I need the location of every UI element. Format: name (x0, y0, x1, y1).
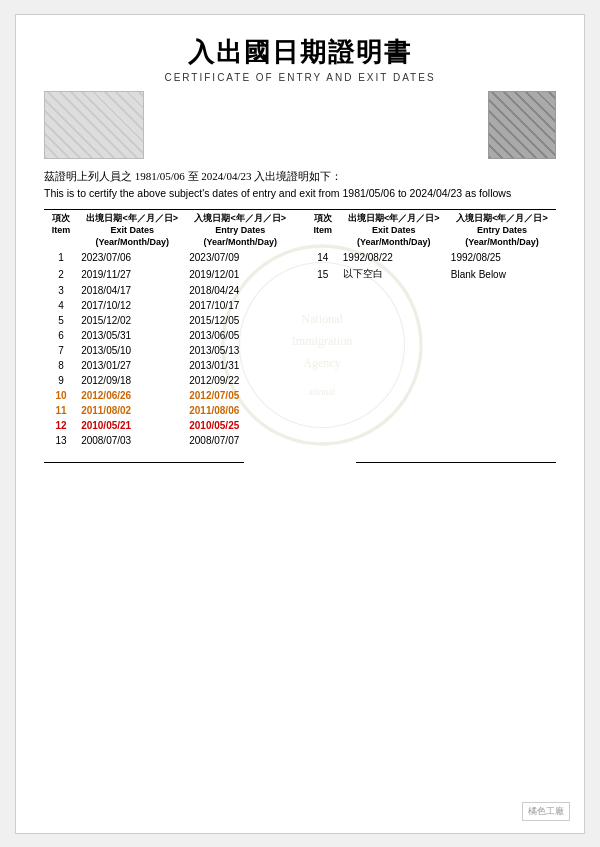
row-exit-left: 2010/05/21 (78, 418, 186, 433)
row-entry-left: 2008/07/07 (186, 433, 294, 448)
row-entry-left: 2019/12/01 (186, 265, 294, 283)
row-entry-right (448, 343, 556, 358)
row-exit-right (340, 298, 448, 313)
row-exit-right (340, 343, 448, 358)
document-header: 入出國日期證明書 CERTIFICATE OF ENTRY AND EXIT D… (44, 35, 556, 83)
col-item-right: 項次 Item (306, 210, 340, 251)
row-num-left: 7 (44, 343, 78, 358)
table-row: 3 2018/04/17 2018/04/24 (44, 283, 556, 298)
signature-line-right (356, 462, 556, 463)
row-num-right (306, 373, 340, 388)
row-num-left: 1 (44, 250, 78, 265)
row-num-left: 11 (44, 403, 78, 418)
row-exit-left: 2008/07/03 (78, 433, 186, 448)
row-entry-left: 2013/05/13 (186, 343, 294, 358)
signature-lines (44, 458, 556, 463)
row-exit-left: 2017/10/12 (78, 298, 186, 313)
row-entry-right (448, 298, 556, 313)
col-entry-right: 入境日期<年／月／日> Entry Dates(Year/Month/Day) (448, 210, 556, 251)
col-exit-chinese-left: 出境日期<年／月／日> (86, 213, 178, 223)
table-row: 13 2008/07/03 2008/07/07 (44, 433, 556, 448)
row-spacer (294, 358, 305, 373)
row-entry-right (448, 403, 556, 418)
row-entry-left: 2013/01/31 (186, 358, 294, 373)
col-item-chinese-left: 項次 (52, 213, 70, 223)
cert-text: 茲證明上列人員之 1981/05/06 至 2024/04/23 入出境證明如下… (44, 167, 556, 204)
row-entry-left: 2015/12/05 (186, 313, 294, 328)
row-entry-right (448, 313, 556, 328)
row-entry-left: 2010/05/25 (186, 418, 294, 433)
row-exit-right (340, 433, 448, 448)
table-row: 12 2010/05/21 2010/05/25 (44, 418, 556, 433)
col-spacer (294, 210, 305, 251)
row-num-right (306, 388, 340, 403)
row-spacer (294, 388, 305, 403)
row-exit-left: 2012/06/26 (78, 388, 186, 403)
row-exit-left: 2013/05/31 (78, 328, 186, 343)
row-num-right (306, 433, 340, 448)
row-exit-left: 2018/04/17 (78, 283, 186, 298)
table-body: 1 2023/07/06 2023/07/09 14 1992/08/22 19… (44, 250, 556, 448)
title-chinese: 入出國日期證明書 (44, 35, 556, 70)
row-spacer (294, 283, 305, 298)
row-num-right (306, 343, 340, 358)
row-num-left: 10 (44, 388, 78, 403)
col-item-chinese-right: 項次 (314, 213, 332, 223)
col-item-english-right: Item (313, 225, 332, 235)
row-num-left: 8 (44, 358, 78, 373)
row-exit-right (340, 388, 448, 403)
row-entry-left: 2013/06/05 (186, 328, 294, 343)
row-num-left: 4 (44, 298, 78, 313)
row-entry-left: 2018/04/24 (186, 283, 294, 298)
row-spacer (294, 250, 305, 265)
row-spacer (294, 373, 305, 388)
row-spacer (294, 403, 305, 418)
id-photo-left (44, 91, 144, 159)
data-table-section: 項次 Item 出境日期<年／月／日> Exit Dates(Year/Mont… (44, 209, 556, 448)
document-page: 入出國日期證明書 CERTIFICATE OF ENTRY AND EXIT D… (15, 14, 585, 834)
row-num-left: 3 (44, 283, 78, 298)
cert-text-chinese: 茲證明上列人員之 1981/05/06 至 2024/04/23 入出境證明如下… (44, 167, 556, 186)
row-entry-right: 1992/08/25 (448, 250, 556, 265)
table-row: 6 2013/05/31 2013/06/05 (44, 328, 556, 343)
row-num-right: 15 (306, 265, 340, 283)
title-english: CERTIFICATE OF ENTRY AND EXIT DATES (44, 72, 556, 83)
table-row: 1 2023/07/06 2023/07/09 14 1992/08/22 19… (44, 250, 556, 265)
signature-line-left (44, 462, 244, 463)
row-num-right (306, 283, 340, 298)
col-entry-english-right: Entry Dates(Year/Month/Day) (465, 225, 539, 247)
row-spacer (294, 265, 305, 283)
table-row: 5 2015/12/02 2015/12/05 (44, 313, 556, 328)
row-exit-right: 1992/08/22 (340, 250, 448, 265)
row-spacer (294, 418, 305, 433)
row-exit-right (340, 403, 448, 418)
table-row: 8 2013/01/27 2013/01/31 (44, 358, 556, 373)
row-entry-right: Blank Below (448, 265, 556, 283)
row-spacer (294, 433, 305, 448)
table-row: 7 2013/05/10 2013/05/13 (44, 343, 556, 358)
id-photo-right (488, 91, 556, 159)
row-entry-right (448, 433, 556, 448)
row-exit-left: 2012/09/18 (78, 373, 186, 388)
photo-area (44, 91, 556, 159)
table-row: 2 2019/11/27 2019/12/01 15 以下空白 Blank Be… (44, 265, 556, 283)
row-num-right (306, 298, 340, 313)
row-entry-left: 2012/09/22 (186, 373, 294, 388)
row-entry-right (448, 283, 556, 298)
row-num-left: 6 (44, 328, 78, 343)
row-exit-right (340, 358, 448, 373)
col-entry-chinese-right: 入境日期<年／月／日> (456, 213, 548, 223)
row-entry-left: 2012/07/05 (186, 388, 294, 403)
row-exit-left: 2011/08/02 (78, 403, 186, 418)
row-spacer (294, 328, 305, 343)
row-exit-right (340, 313, 448, 328)
row-exit-right (340, 418, 448, 433)
row-entry-right (448, 373, 556, 388)
row-exit-left: 2013/01/27 (78, 358, 186, 373)
col-exit-left: 出境日期<年／月／日> Exit Dates(Year/Month/Day) (78, 210, 186, 251)
row-num-left: 13 (44, 433, 78, 448)
col-entry-english-left: Entry Dates(Year/Month/Day) (203, 225, 277, 247)
row-entry-left: 2023/07/09 (186, 250, 294, 265)
row-num-left: 12 (44, 418, 78, 433)
row-entry-right (448, 358, 556, 373)
